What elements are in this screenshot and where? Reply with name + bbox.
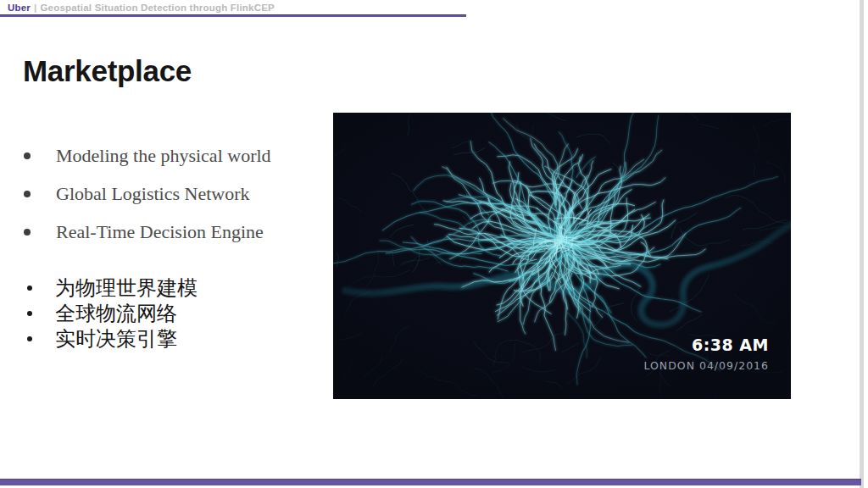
bullet-dot	[27, 336, 32, 341]
slide-bottom-bar	[0, 479, 861, 485]
header-separator: |	[31, 3, 40, 13]
bullet-item: 为物理世界建模	[24, 275, 198, 301]
bullet-item: 全球物流网络	[24, 301, 198, 326]
bullet-dot	[24, 229, 31, 236]
bullet-item-label: Global Logistics Network	[56, 183, 250, 205]
bullet-dot	[24, 191, 31, 197]
bullet-item: 实时决策引擎	[24, 326, 198, 352]
bullet-item-label: 为物理世界建模	[55, 274, 198, 302]
bullet-item-label: Modeling the physical world	[56, 145, 271, 167]
bullet-item-label: Real-Time Decision Engine	[56, 221, 264, 243]
bullet-item-label: 全球物流网络	[55, 300, 177, 327]
bullet-item: Real-Time Decision Engine	[24, 213, 271, 251]
page-title: Marketplace	[23, 54, 192, 88]
clock-location-date: LONDON 04/09/2016	[643, 359, 769, 372]
bullet-dot	[27, 286, 32, 291]
bullet-list-zh: 为物理世界建模 全球物流网络 实时决策引擎	[24, 275, 198, 352]
bullet-item: Modeling the physical world	[24, 136, 271, 175]
clock-time: 6:38 AM	[692, 336, 769, 354]
bullet-item-label: 实时决策引擎	[55, 325, 177, 352]
slide: Uber|Geospatial Situation Detection thro…	[0, 0, 868, 488]
brand-logo-text: Uber	[8, 3, 31, 13]
bullet-dot	[27, 311, 32, 316]
map-image: 6:38 AM LONDON 04/09/2016	[333, 113, 791, 399]
road-network-svg	[333, 113, 791, 399]
slide-right-border	[860, 0, 864, 488]
bullet-list-en: Modeling the physical world Global Logis…	[24, 136, 271, 251]
deck-title: Geospatial Situation Detection through F…	[40, 3, 274, 13]
bullet-item: Global Logistics Network	[24, 175, 271, 213]
deck-header: Uber|Geospatial Situation Detection thro…	[8, 3, 275, 13]
header-rule	[0, 14, 466, 17]
bullet-dot	[24, 152, 31, 159]
